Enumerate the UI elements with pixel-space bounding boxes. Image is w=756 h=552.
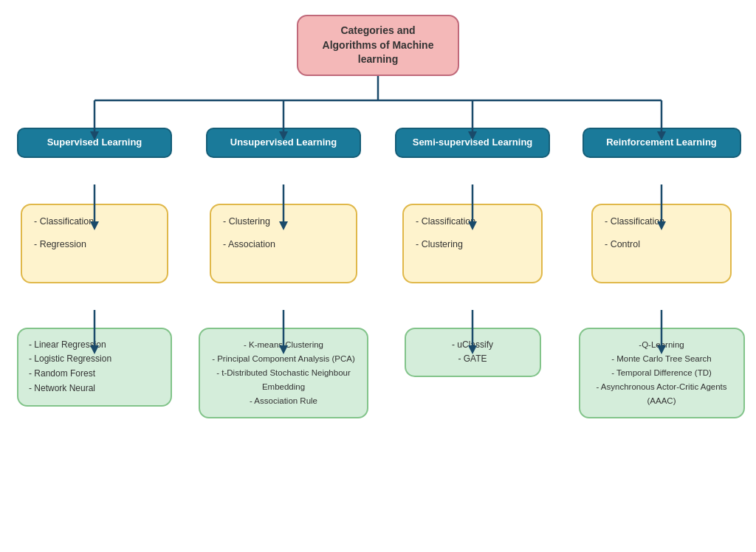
algo-unsup-4: - Association Rule xyxy=(210,394,357,408)
method-reinf-item2: - Control xyxy=(605,237,718,252)
cat-reinforcement-label: Reinforcement Learning xyxy=(606,137,717,148)
col-supervised: Supervised Learning - Classification - R… xyxy=(0,128,189,418)
root-node: Categories and Algorithms of Machine lea… xyxy=(297,15,459,76)
root-title: Categories and Algorithms of Machine lea… xyxy=(323,24,434,65)
algo-semi-2: - GATE xyxy=(416,352,529,367)
method-unsup-item1: - Clustering xyxy=(223,214,344,230)
category-unsupervised: Unsupervised Learning xyxy=(206,128,361,158)
algo-reinf-1: -Q-Learning xyxy=(591,338,733,352)
category-reinforcement: Reinforcement Learning xyxy=(583,128,741,158)
method-semi-item1: - Classification xyxy=(416,214,529,230)
col-semi: Semi-supervised Learning - Classificatio… xyxy=(378,128,567,418)
algo-supervised: - Linear Regression - Logistic Regressio… xyxy=(17,328,172,407)
method-unsupervised: - Clustering - Association xyxy=(210,204,357,283)
algo-semi-1: - uClassify xyxy=(416,338,529,353)
diagram-container: Categories and Algorithms of Machine lea… xyxy=(0,0,756,552)
algo-unsup-2: - Principal Component Analysis (PCA) xyxy=(210,352,357,366)
algo-sup-2: - Logistic Regression xyxy=(29,352,160,367)
cat-supervised-label: Supervised Learning xyxy=(47,137,142,148)
method-supervised-item1: - Classification xyxy=(34,214,155,230)
algo-semi: - uClassify - GATE xyxy=(405,328,541,378)
method-reinf-item1: - Classification xyxy=(605,214,718,230)
algo-unsup-1: - K-means Clustering xyxy=(210,338,357,352)
category-semi: Semi-supervised Learning xyxy=(395,128,550,158)
method-semi: - Classification - Clustering xyxy=(402,204,543,283)
method-unsup-item2: - Association xyxy=(223,237,344,252)
col-reinforcement: Reinforcement Learning - Classification … xyxy=(567,128,756,418)
algo-unsup-3: - t-Distributed Stochastic Neighbour Emb… xyxy=(210,366,357,394)
algo-reinf-3: - Temporal Difference (TD) xyxy=(591,366,733,380)
col-unsupervised: Unsupervised Learning - Clustering - Ass… xyxy=(189,128,378,418)
category-supervised: Supervised Learning xyxy=(17,128,172,158)
method-semi-item2: - Clustering xyxy=(416,237,529,252)
algo-sup-4: - Network Neural xyxy=(29,382,160,396)
method-reinforcement: - Classification - Control xyxy=(591,204,732,283)
algo-reinf-4: - Asynchronous Actor-Critic Agents (AAAC… xyxy=(591,380,733,408)
algo-sup-1: - Linear Regression xyxy=(29,338,160,353)
cat-unsupervised-label: Unsupervised Learning xyxy=(230,137,337,148)
columns-area: Supervised Learning - Classification - R… xyxy=(0,128,756,418)
algo-unsupervised: - K-means Clustering - Principal Compone… xyxy=(199,328,368,418)
algo-reinforcement: -Q-Learning - Monte Carlo Tree Search - … xyxy=(579,328,745,418)
cat-semi-label: Semi-supervised Learning xyxy=(413,137,533,148)
method-supervised-item2: - Regression xyxy=(34,237,155,252)
method-supervised: - Classification - Regression xyxy=(21,204,168,283)
algo-reinf-2: - Monte Carlo Tree Search xyxy=(591,352,733,366)
algo-sup-3: - Random Forest xyxy=(29,367,160,382)
